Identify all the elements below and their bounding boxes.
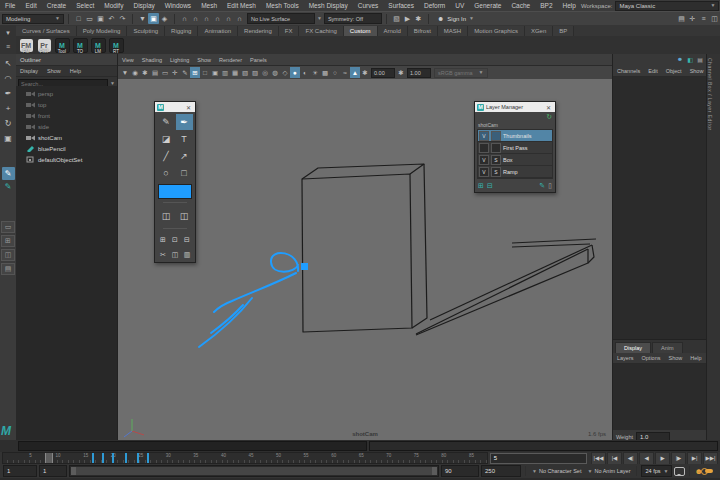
pencil-tool[interactable]: ✎ bbox=[158, 114, 175, 130]
menu-set-dropdown[interactable]: Modeling ▼ bbox=[2, 14, 64, 24]
range-start-handle[interactable] bbox=[71, 467, 76, 475]
shaded-icon[interactable]: ● bbox=[290, 67, 300, 78]
edit-layer-icon[interactable]: ✎ bbox=[539, 182, 545, 190]
layer-manager-titlebar[interactable]: M Layer Manager ✕ bbox=[475, 102, 555, 112]
safe-title-icon[interactable]: ▨ bbox=[250, 67, 260, 78]
visibility-checkbox[interactable]: V bbox=[479, 155, 489, 165]
shelf-tab-toggle-icon[interactable]: ▾ bbox=[3, 27, 14, 38]
undo-icon[interactable]: ↶ bbox=[106, 13, 117, 24]
symmetry-field[interactable]: Symmetry: Off bbox=[324, 13, 382, 24]
visibility-checkbox[interactable] bbox=[479, 143, 489, 153]
camera-attributes-icon[interactable]: ✱ bbox=[140, 67, 150, 78]
solo-checkbox[interactable] bbox=[491, 143, 501, 153]
cut-frames-icon[interactable]: ✂ bbox=[158, 249, 169, 261]
solo-checkbox[interactable]: S bbox=[491, 155, 501, 165]
layer-editor-menu-layers[interactable]: Layers bbox=[613, 355, 638, 361]
menu-generate[interactable]: Generate bbox=[469, 2, 506, 9]
refresh-icon[interactable]: ↻ bbox=[546, 113, 552, 121]
scale-tool[interactable]: ▣ bbox=[2, 132, 15, 145]
go-to-start-button[interactable]: |◀◀ bbox=[591, 452, 606, 465]
channel-box-menu-edit[interactable]: Edit bbox=[644, 68, 661, 74]
current-frame-field[interactable]: 5 bbox=[490, 453, 587, 464]
exposure-icon[interactable]: ✱ bbox=[360, 67, 370, 78]
menu-mesh-tools[interactable]: Mesh Tools bbox=[261, 2, 304, 9]
maya-logo-icon[interactable]: M bbox=[1, 424, 11, 438]
textured-icon[interactable]: ◐ bbox=[300, 67, 310, 78]
layer-row-thumbnails[interactable]: VThumbnails bbox=[478, 130, 552, 141]
onion-prev-icon[interactable]: ◫ bbox=[158, 208, 175, 224]
animation-start-field[interactable]: 1 bbox=[3, 465, 37, 477]
shelf-item-pref[interactable]: PrPref bbox=[36, 37, 52, 53]
close-icon[interactable]: ✕ bbox=[544, 104, 553, 111]
single-pane-layout-button[interactable]: ▭ bbox=[1, 221, 15, 233]
range-slider[interactable] bbox=[69, 465, 439, 477]
menu-uv[interactable]: UV bbox=[450, 2, 469, 9]
hypershade-layout-button[interactable]: ▤ bbox=[1, 263, 15, 275]
shelf-menu-icon[interactable]: ≡ bbox=[3, 41, 14, 52]
brush-tool[interactable]: ✒ bbox=[176, 114, 193, 130]
merge-layer-icon[interactable]: ⊟ bbox=[487, 182, 493, 190]
menu-file[interactable]: File bbox=[0, 2, 20, 9]
move-tool[interactable]: + bbox=[2, 102, 15, 115]
shelf-item-lm[interactable]: MLM bbox=[90, 37, 106, 53]
blue-pencil-key-tick[interactable] bbox=[137, 453, 139, 463]
shelf-tab-xgen[interactable]: XGen bbox=[525, 26, 553, 36]
shadows-icon[interactable]: ▩ bbox=[320, 67, 330, 78]
solo-checkbox[interactable] bbox=[491, 131, 501, 141]
snap-to-projected-center-icon[interactable]: ∩ bbox=[212, 13, 223, 24]
close-icon[interactable]: ✕ bbox=[184, 104, 193, 111]
snap-to-point-icon[interactable]: ∩ bbox=[201, 13, 212, 24]
outliner-item-top[interactable]: top bbox=[16, 99, 117, 110]
menu-cache[interactable]: Cache bbox=[506, 2, 535, 9]
select-hierarchy-icon[interactable]: ▼ bbox=[137, 13, 148, 24]
channel-box-menu-show[interactable]: Show bbox=[686, 68, 708, 74]
bookmark-icon[interactable]: ▤ bbox=[150, 67, 160, 78]
outliner-menu-display[interactable]: Display bbox=[16, 68, 42, 74]
layer-row-box[interactable]: VSBox bbox=[478, 154, 552, 165]
animation-end-field[interactable]: 250 bbox=[481, 465, 521, 477]
snap-to-curve-icon[interactable]: ∩ bbox=[190, 13, 201, 24]
make-live-icon[interactable]: ∩ bbox=[234, 13, 245, 24]
anim-layer-dropdown[interactable]: ▼ No Anim Layer bbox=[585, 468, 632, 474]
lasso-tool[interactable]: ◠ bbox=[2, 72, 15, 85]
range-end-handle[interactable] bbox=[432, 467, 437, 475]
four-pane-layout-button[interactable]: ⊞ bbox=[1, 235, 15, 247]
shelf-tab-arnold[interactable]: Arnold bbox=[378, 26, 408, 36]
menu-select[interactable]: Select bbox=[71, 2, 99, 9]
layer-row-first-pass[interactable]: First Pass bbox=[478, 142, 552, 153]
blue-pencil-icon[interactable]: ✎ bbox=[2, 180, 15, 193]
image-plane-icon[interactable]: ▭ bbox=[160, 67, 170, 78]
grease-pencil-icon[interactable]: ✎ bbox=[180, 67, 190, 78]
side-tab-channel-box-layer-editor[interactable]: Channel Box / Layer Editor bbox=[707, 58, 713, 131]
resolution-gate-icon[interactable]: ▣ bbox=[210, 67, 220, 78]
playback-end-field[interactable]: 90 bbox=[441, 465, 479, 477]
text-tool[interactable]: T bbox=[176, 131, 193, 147]
render-settings-icon[interactable]: ✱ bbox=[413, 13, 424, 24]
new-scene-icon[interactable]: □ bbox=[73, 13, 84, 24]
exposure-field[interactable]: 0.00 bbox=[371, 68, 395, 78]
step-forward-frame-button[interactable]: |▶ bbox=[671, 452, 686, 465]
channel-box-toggle-icon[interactable]: ◫ bbox=[709, 13, 720, 24]
menu-mesh[interactable]: Mesh bbox=[196, 2, 222, 9]
channel-box-menu-channels[interactable]: Channels bbox=[613, 68, 644, 74]
anti-aliasing-icon[interactable]: ▲ bbox=[350, 67, 360, 78]
outliner-item-bluepencil[interactable]: bluePencil bbox=[16, 143, 117, 154]
outliner-item-front[interactable]: front bbox=[16, 110, 117, 121]
shelf-item-rt[interactable]: MRT bbox=[108, 37, 124, 53]
shelf-tab-sculpting[interactable]: Sculpting bbox=[127, 26, 165, 36]
paste-frames-icon[interactable]: ▥ bbox=[182, 249, 193, 261]
gamma-field[interactable]: 1.00 bbox=[407, 68, 431, 78]
viewport-menu-renderer[interactable]: Renderer bbox=[215, 57, 246, 63]
gamma-icon[interactable]: ✱ bbox=[396, 67, 406, 78]
time-slider[interactable]: 510152025303540455055606570758085 bbox=[2, 452, 488, 464]
color-space-dropdown[interactable]: sRGB gamma▼ bbox=[434, 68, 488, 78]
select-camera-icon[interactable]: ▼ bbox=[120, 67, 130, 78]
outliner-item-defaultobjectset[interactable]: defaultObjectSet bbox=[16, 154, 117, 165]
eraser-tool[interactable]: ◪ bbox=[158, 131, 175, 147]
render-view-icon[interactable]: ▧ bbox=[391, 13, 402, 24]
redo-icon[interactable]: ↷ bbox=[117, 13, 128, 24]
menu-help[interactable]: Help bbox=[558, 2, 581, 9]
menu-modify[interactable]: Modify bbox=[99, 2, 128, 9]
blue-pencil-key-tick[interactable] bbox=[125, 453, 127, 463]
xray-icon[interactable]: ◍ bbox=[270, 67, 280, 78]
